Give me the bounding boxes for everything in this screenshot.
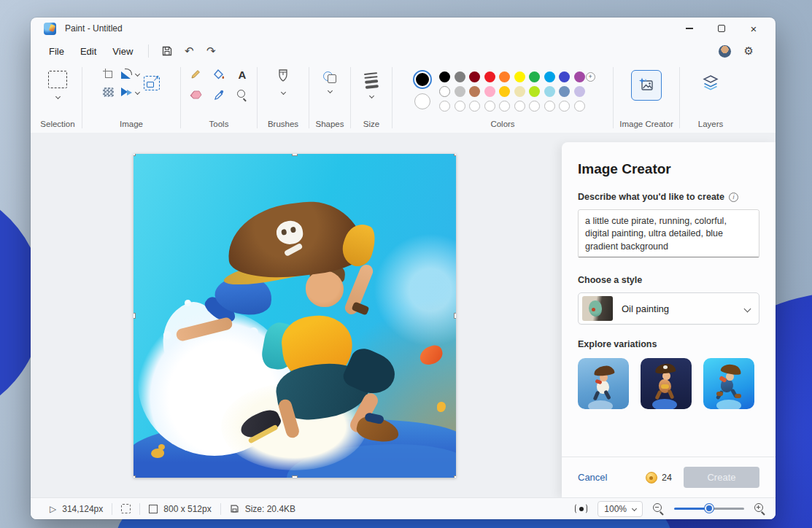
color-swatch[interactable] <box>529 101 540 112</box>
settings-gear-icon[interactable]: ⚙ <box>744 44 754 58</box>
selection-handle[interactable] <box>134 475 136 478</box>
divider <box>148 44 149 58</box>
zoom-slider-thumb[interactable] <box>705 504 714 513</box>
style-dropdown[interactable]: Oil painting <box>578 292 759 325</box>
selection-handle[interactable] <box>292 154 298 156</box>
crop-icon[interactable] <box>103 69 113 79</box>
color-swatch[interactable] <box>469 86 480 97</box>
color-swatch[interactable] <box>499 86 510 97</box>
zoom-in-button[interactable] <box>754 503 765 514</box>
color-swatch[interactable] <box>484 101 495 112</box>
magnifier-tool-icon[interactable] <box>237 90 247 100</box>
describe-label: Describe what you'd like to create i <box>578 192 759 202</box>
color-swatch[interactable] <box>484 86 495 97</box>
color-swatch[interactable] <box>514 101 525 112</box>
color-swatch[interactable] <box>544 71 555 82</box>
layers-icon[interactable] <box>702 74 719 90</box>
variation-thumbnail-3[interactable] <box>703 358 754 409</box>
color-swatch[interactable] <box>529 71 540 82</box>
fill-bucket-icon[interactable] <box>213 69 225 80</box>
selection-handle[interactable] <box>454 154 456 156</box>
selection-handle[interactable] <box>454 475 456 478</box>
color-swatch[interactable] <box>484 71 495 82</box>
color-swatch[interactable] <box>469 101 480 112</box>
remove-background-icon[interactable] <box>103 88 114 97</box>
color-swatch[interactable] <box>469 71 480 82</box>
color-picker-icon[interactable] <box>214 89 225 101</box>
chevron-down-icon[interactable] <box>280 90 285 95</box>
info-icon[interactable]: i <box>729 193 738 202</box>
color-swatch[interactable] <box>559 71 570 82</box>
chevron-down-icon[interactable] <box>368 93 374 98</box>
zoom-out-button[interactable] <box>653 503 664 514</box>
image-creator-section: Image Creator <box>614 63 679 133</box>
selection-handle[interactable] <box>134 313 136 319</box>
color-swatch[interactable] <box>574 101 585 112</box>
color-swatch[interactable] <box>439 71 450 82</box>
fit-to-screen-icon[interactable] <box>575 503 587 514</box>
chevron-down-icon[interactable] <box>327 88 332 93</box>
prompt-input[interactable]: a little cute pirate, running, colorful,… <box>578 209 759 257</box>
undo-button[interactable]: ↶ <box>178 42 200 60</box>
eraser-icon[interactable] <box>190 90 202 100</box>
color-swatch[interactable] <box>559 101 570 112</box>
color-swatch[interactable] <box>439 101 450 112</box>
color-swatch[interactable] <box>514 86 525 97</box>
section-label: Colors <box>490 120 514 133</box>
create-button[interactable]: Create <box>684 467 759 488</box>
flip-icon[interactable] <box>121 88 133 97</box>
chevron-down-icon[interactable] <box>55 94 60 99</box>
selection-handle[interactable] <box>134 154 136 156</box>
stroke-size-icon[interactable] <box>364 72 379 89</box>
pencil-icon[interactable] <box>190 69 201 80</box>
color-swatch[interactable] <box>439 86 450 97</box>
selection-tool-icon[interactable] <box>48 71 67 88</box>
color-swatch[interactable] <box>455 101 465 112</box>
color-swatch[interactable] <box>499 71 510 82</box>
section-label: Tools <box>209 120 229 133</box>
variation-thumbnail-2[interactable] <box>641 358 692 409</box>
chevron-down-icon[interactable] <box>135 90 140 95</box>
zoom-level-dropdown[interactable]: 100% <box>598 501 643 517</box>
menu-view[interactable]: View <box>104 43 141 60</box>
save-button[interactable] <box>156 42 178 60</box>
text-tool-icon[interactable]: A <box>239 69 247 80</box>
menu-file[interactable]: File <box>41 43 72 60</box>
minimize-button[interactable] <box>673 18 705 39</box>
color-swatch[interactable] <box>514 71 525 82</box>
color-swatch[interactable] <box>544 101 555 112</box>
close-button[interactable]: × <box>738 18 770 39</box>
color-swatch[interactable] <box>544 86 555 97</box>
variation-thumbnail-1[interactable] <box>578 358 629 409</box>
maximize-button[interactable] <box>705 18 738 39</box>
menu-bar: File Edit View ↶ ↷ ⚙ <box>31 39 776 63</box>
redo-button[interactable]: ↷ <box>200 42 222 60</box>
account-avatar[interactable] <box>719 45 731 58</box>
color-swatch[interactable] <box>559 86 570 97</box>
background-color-swatch[interactable] <box>414 93 430 109</box>
canvas[interactable] <box>134 154 456 478</box>
chevron-down-icon[interactable] <box>135 71 140 76</box>
selection-handle[interactable] <box>292 475 298 478</box>
title-bar[interactable]: Paint - Untitled × <box>31 18 776 39</box>
color-swatch[interactable] <box>529 86 540 97</box>
shapes-icon[interactable] <box>323 71 336 83</box>
brush-icon[interactable] <box>277 69 289 85</box>
color-swatch[interactable] <box>455 71 465 82</box>
selection-handle[interactable] <box>454 313 456 319</box>
color-swatch[interactable] <box>574 71 585 82</box>
foreground-color-swatch[interactable] <box>413 70 432 89</box>
color-swatch[interactable] <box>455 86 465 97</box>
rotate-icon[interactable] <box>121 69 133 79</box>
menu-edit[interactable]: Edit <box>72 43 104 60</box>
cancel-button[interactable]: Cancel <box>578 472 607 483</box>
selection-size <box>112 504 139 513</box>
image-creator-icon <box>638 77 655 94</box>
color-swatch[interactable] <box>499 101 510 112</box>
image-creator-button[interactable] <box>631 70 662 101</box>
resize-icon[interactable] <box>144 76 160 90</box>
color-swatch[interactable] <box>574 86 585 97</box>
zoom-slider[interactable] <box>674 508 744 510</box>
variations-label: Explore variations <box>578 339 759 349</box>
brushes-section: Brushes <box>258 63 309 133</box>
